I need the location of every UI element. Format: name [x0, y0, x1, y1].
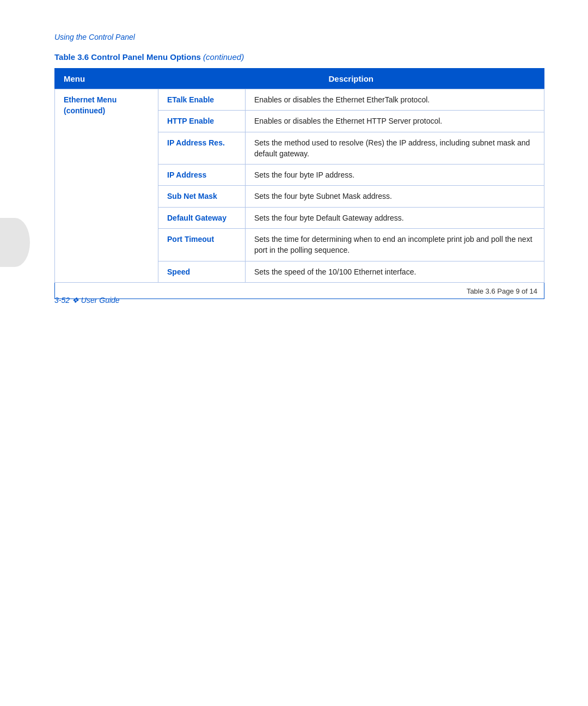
description-cell: Sets the four byte IP address.	[246, 165, 544, 186]
page-container: Using the Control Panel Table 3.6 Contro…	[0, 0, 588, 332]
description-cell: Enables or disables the Ethernet EtherTa…	[246, 89, 544, 111]
table-footer: Table 3.6 Page 9 of 14	[55, 282, 544, 299]
page-footer: 3-52 ❖ User Guide	[54, 296, 120, 305]
menu-item-cell: IP Address Res.	[158, 132, 246, 165]
table-title-text: Table 3.6 Control Panel Menu Options	[54, 52, 201, 62]
col-header-menu: Menu	[55, 69, 158, 89]
section-header: Using the Control Panel	[54, 33, 544, 41]
col-header-description: Description	[158, 69, 544, 89]
menu-item-cell: Sub Net Mask	[158, 186, 246, 207]
description-cell: Sets the speed of the 10/100 Ethernet in…	[246, 261, 544, 282]
menu-item-cell: ETalk Enable	[158, 89, 246, 111]
control-panel-table: Menu Description Ethernet Menu(continued…	[54, 68, 544, 299]
menu-item-cell: HTTP Enable	[158, 111, 246, 132]
menu-item-cell: IP Address	[158, 165, 246, 186]
description-cell: Sets the time for determining when to en…	[246, 229, 544, 261]
description-cell: Sets the four byte Subnet Mask address.	[246, 186, 544, 207]
menu-section-cell: Ethernet Menu(continued)	[55, 89, 158, 283]
menu-item-cell: Default Gateway	[158, 207, 246, 228]
description-cell: Sets the method used to resolve (Res) th…	[246, 132, 544, 165]
description-cell: Enables or disables the Ethernet HTTP Se…	[246, 111, 544, 132]
table-title: Table 3.6 Control Panel Menu Options (co…	[54, 52, 544, 62]
description-cell: Sets the four byte Default Gateway addre…	[246, 207, 544, 228]
menu-item-cell: Port Timeout	[158, 229, 246, 261]
menu-item-cell: Speed	[158, 261, 246, 282]
table-continued-text: (continued)	[203, 52, 244, 62]
